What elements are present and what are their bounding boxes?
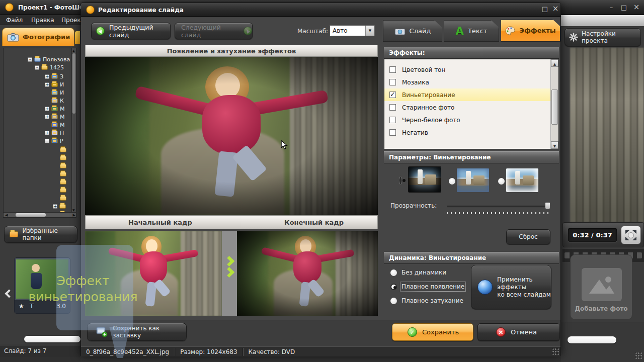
prev-slide-button[interactable]: Предыдущий слайд: [91, 23, 171, 39]
effect-row[interactable]: Цветовой тон: [384, 63, 550, 76]
scroll-right-icon[interactable]: ▶: [73, 213, 75, 217]
tree-row[interactable]: + М: [45, 113, 65, 121]
tree-row[interactable]: [60, 178, 66, 186]
dialog-maximize-button[interactable]: □: [540, 6, 550, 13]
effect-row-selected[interactable]: ✓ Виньетирование: [384, 88, 550, 101]
radio-off[interactable]: [390, 298, 397, 304]
checkbox[interactable]: [389, 117, 396, 123]
cancel-button[interactable]: × Отмена: [477, 323, 560, 341]
folder-tree[interactable]: - Пользова - 1425 + З + И И: [3, 48, 76, 218]
tab-effects[interactable]: Эффекты: [501, 19, 560, 42]
menu-file[interactable]: Файл: [6, 17, 23, 24]
photos-tab[interactable]: Фотографии: [2, 28, 74, 46]
effect-row[interactable]: Мозаика: [384, 76, 550, 88]
main-minimize-button[interactable]: –: [606, 4, 616, 11]
tree-row[interactable]: К: [51, 97, 64, 105]
radio-on[interactable]: [390, 284, 397, 290]
reset-button[interactable]: Сброс: [506, 229, 550, 244]
tree-expander[interactable]: -: [35, 65, 39, 70]
tree-row[interactable]: +: [53, 202, 66, 210]
tree-vscrollbar[interactable]: ▲ ▼: [71, 48, 76, 212]
tree-row[interactable]: - Р: [45, 137, 63, 145]
scroll-thumb[interactable]: [72, 53, 75, 114]
scroll-thumb[interactable]: [551, 89, 558, 125]
tree-hscrollbar[interactable]: ◀ ▶: [4, 212, 76, 217]
checkbox[interactable]: [389, 104, 396, 111]
tree-row[interactable]: - Пользова: [28, 55, 70, 63]
project-settings-button[interactable]: Настройки проекта: [565, 28, 641, 46]
vignette-style-thumb-2[interactable]: [457, 168, 489, 192]
effect-row[interactable]: Черно-белое фото: [384, 114, 550, 126]
dynamics-option-3[interactable]: Плавное затухание: [390, 297, 463, 304]
dialog-close-button[interactable]: ×: [550, 5, 560, 12]
main-maximize-button[interactable]: □: [619, 4, 629, 11]
save-button[interactable]: ✓ Сохранить: [392, 323, 473, 341]
effects-scrollbar[interactable]: ▲ ▼: [550, 59, 558, 149]
tree-row[interactable]: + И: [45, 80, 64, 88]
tree-expander[interactable]: -: [28, 57, 32, 62]
scale-dropdown[interactable]: Авто ▼: [330, 25, 375, 36]
next-slide-button[interactable]: Следующий слайд: [175, 23, 253, 39]
favorites-button[interactable]: Избранные папки: [4, 226, 77, 243]
apply-to-all-button[interactable]: Применить эффекты ко всем слайдам: [471, 265, 551, 309]
scroll-up-button[interactable]: ▲: [551, 59, 558, 67]
scroll-down-button[interactable]: ▼: [551, 141, 558, 149]
tree-expander[interactable]: +: [45, 115, 49, 119]
tab-text[interactable]: A Текст: [444, 20, 499, 42]
tutorial-caption-line2: виньетирования: [25, 289, 141, 305]
tree-row[interactable]: [60, 186, 66, 194]
effect-row[interactable]: Старинное фото: [384, 101, 550, 114]
tree-row[interactable]: М: [51, 121, 65, 129]
scroll-up-icon[interactable]: ▲: [72, 49, 75, 52]
tree-row[interactable]: И: [51, 88, 64, 97]
fullscreen-button[interactable]: [621, 226, 641, 244]
vignette-style-thumb-1[interactable]: [408, 166, 441, 193]
main-close-button[interactable]: ×: [631, 4, 641, 11]
dynamics-option-label: Без динамики: [401, 269, 446, 276]
tree-expander[interactable]: +: [45, 74, 49, 79]
checkbox[interactable]: [389, 79, 396, 85]
tree-row[interactable]: + З: [45, 72, 63, 80]
vignette-style-radio-3[interactable]: [498, 178, 505, 185]
dropdown-button[interactable]: ▼: [365, 26, 374, 36]
dynamics-option-2[interactable]: Плавное появление: [390, 283, 464, 290]
vignette-style-radio-1[interactable]: [399, 176, 401, 185]
timeline-scrollbar-right[interactable]: [568, 336, 616, 343]
slider-thumb[interactable]: [545, 202, 550, 210]
checkbox[interactable]: [389, 66, 396, 73]
tab-slide[interactable]: Слайд: [383, 20, 442, 42]
star-icon[interactable]: ★: [19, 303, 24, 310]
timeline-prev-icon[interactable]: [5, 290, 14, 298]
timeline-scrollbar-left[interactable]: [24, 336, 80, 342]
tree-row[interactable]: [60, 170, 66, 178]
scroll-thumb[interactable]: [16, 213, 46, 217]
tree-row[interactable]: [60, 194, 66, 202]
tree-row[interactable]: [60, 146, 66, 154]
scroll-down-icon[interactable]: ▼: [72, 208, 75, 212]
radio-off[interactable]: [390, 269, 397, 276]
tree-expander[interactable]: +: [45, 107, 49, 111]
dialog-resize-grip[interactable]: [552, 348, 559, 355]
scroll-left-icon[interactable]: ◀: [5, 213, 8, 217]
opacity-slider[interactable]: [447, 202, 550, 210]
tree-row[interactable]: + М: [45, 105, 65, 113]
checkbox[interactable]: [389, 129, 396, 136]
tree-expander[interactable]: -: [45, 139, 49, 143]
tree-row[interactable]: - 1425: [35, 63, 64, 71]
checkbox-checked[interactable]: ✓: [389, 92, 396, 98]
dynamics-option-1[interactable]: Без динамики: [390, 269, 446, 276]
menu-edit[interactable]: Правка: [31, 17, 54, 24]
tree-expander[interactable]: +: [45, 82, 49, 87]
add-photo-card[interactable]: Добавьте фото: [570, 254, 632, 320]
window-resize-grip[interactable]: [635, 352, 642, 359]
vignette-style-radio-2[interactable]: [449, 178, 455, 185]
secondary-tab-edge[interactable]: [75, 31, 80, 44]
tree-expander[interactable]: +: [53, 204, 57, 209]
tree-row[interactable]: [60, 154, 66, 162]
tree-expander[interactable]: +: [45, 131, 49, 135]
tree-row[interactable]: + П: [45, 129, 64, 137]
effect-row[interactable]: Негатив: [384, 126, 550, 139]
tree-row[interactable]: [60, 162, 66, 170]
dynamics-header: Динамика: Виньетирование: [384, 252, 559, 264]
vignette-style-thumb-3[interactable]: [506, 168, 538, 192]
